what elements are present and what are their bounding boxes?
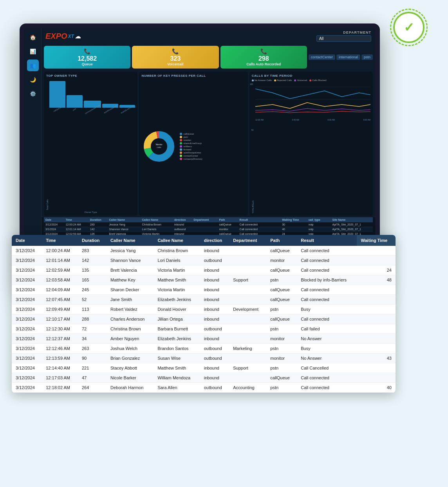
voicemail-label: Voicemail (167, 62, 183, 66)
list-item[interactable]: 3/12/202412:02:59 AM135Brett ValenciaVic… (12, 265, 396, 275)
legend-monitor: monitor (180, 139, 202, 141)
list-item[interactable]: 3/12/202412:01:14 AM142Shannon VanceLori… (12, 256, 396, 265)
line-y-label: TOTAL CALLS (252, 83, 254, 213)
exp-col-waiting[interactable]: Waiting Time (357, 235, 396, 246)
col-time[interactable]: Time (64, 217, 89, 222)
bar-callqueue (49, 81, 65, 108)
bar-chart-bars: callQueue user commonAreaPhone (49, 79, 135, 110)
line-chart-wrapper: TOTAL CALLS 100 50 0 (252, 83, 370, 213)
line-chart-canvas: 100 50 0 (255, 83, 370, 213)
table-row[interactable]: 3/12/202412:00:24 AM283Jessica YangChris… (44, 222, 373, 227)
exp-col-direction[interactable]: direction (200, 235, 229, 246)
table-row[interactable]: 3/1/202412:01:14 AM142Shannon VanceLori … (44, 227, 373, 232)
legend-label-voicemail-line: Voicemail (297, 79, 307, 81)
list-item[interactable]: 3/12/202412:12:30 AM72Christina BrownBar… (12, 324, 396, 334)
col-site[interactable]: Site Name (331, 217, 373, 222)
svg-text:3.06%: 3.06% (157, 146, 162, 148)
col-date[interactable]: Date (44, 217, 64, 222)
col-path[interactable]: Path (217, 217, 238, 222)
logo: EXPO XT ☁ (45, 32, 81, 41)
line-chart-legend: No Answer Calls Rejected Calls Voicemail (252, 79, 370, 81)
stats-row: 📞 12,582 Queue 📞 323 Voicemail 📞 298 Cal… (42, 44, 375, 70)
exp-col-path[interactable]: Path (266, 235, 297, 246)
list-item[interactable]: 3/12/202412:07:45 AM52Jane SmithElizabet… (12, 295, 396, 305)
legend-dot-blocked (309, 79, 311, 81)
department-input[interactable] (316, 35, 371, 42)
y-axis-100: 100 (250, 83, 253, 85)
chart-donut-keypresses: NUMBER OF KEY PRESSES PER CALL (139, 72, 247, 216)
list-item[interactable]: 3/12/202412:18:02 AM264Deborah HarmonSar… (12, 383, 396, 393)
svg-text:Monitor: Monitor (156, 143, 163, 146)
department-selector: DEPARTMENT (316, 31, 371, 42)
list-item[interactable]: 3/12/202412:10:17 AM288Charles AndersonJ… (12, 314, 396, 324)
x-label-3: 3:00 AM (292, 119, 299, 121)
exp-col-callee[interactable]: Callee Name (154, 235, 200, 246)
y-axis-0: 0 (252, 205, 253, 207)
legend-dot-pstn (180, 136, 182, 138)
list-item[interactable]: 3/12/202412:14:40 AM221Stacey AbbottMatt… (12, 363, 396, 373)
sidebar-item-settings[interactable]: ⚙️ (27, 88, 39, 99)
chart-line-timeperiod: CALLS BY TIME PERIOD No Answer Calls Rej… (249, 72, 373, 216)
tag-contactcenter[interactable]: contactCenter (309, 54, 335, 60)
bar-chart-title: TOP OWNER TYPE (46, 74, 135, 78)
col-waiting[interactable]: Waiting Time (280, 217, 307, 222)
autorecorded-icon: 📞 (260, 48, 267, 54)
list-item[interactable]: 3/12/202412:12:46 AM263Joshua WelchBrand… (12, 344, 396, 354)
col-caller[interactable]: Caller Name (108, 217, 141, 222)
legend-dot-voicemail-line (294, 79, 296, 81)
legend-label-rejected: Rejected Calls (277, 79, 292, 81)
autorecorded-number: 298 (258, 55, 269, 62)
list-item[interactable]: 3/12/202412:12:37 AM34Amber NguyenElizab… (12, 334, 396, 344)
voicemail-number: 323 (170, 55, 181, 62)
tag-pstn[interactable]: pstn (361, 54, 373, 60)
bar-group-user: user (67, 95, 83, 110)
col-department[interactable]: Department (192, 217, 218, 222)
legend-label-noanswer: No Answer Calls (255, 79, 272, 81)
sidebar-item-users[interactable]: 👥 (27, 60, 39, 71)
legend-dot-callqueue (180, 133, 182, 135)
logo-cloud: ☁ (75, 32, 81, 40)
legend-ivrmenu: ivrMenu (180, 145, 202, 148)
sidebar-item-home[interactable]: 🏠 (27, 31, 39, 43)
exp-col-date[interactable]: Date (12, 235, 42, 246)
tag-international[interactable]: international (336, 54, 360, 60)
bar-chart-x-label: Owner Type (46, 211, 135, 213)
charts-area: TOP OWNER TYPE Total Calls callQueue use… (42, 70, 375, 217)
col-result[interactable]: Result (238, 217, 281, 222)
bar-group-auto: autoReceptionist (102, 104, 118, 110)
exp-col-department[interactable]: Department (229, 235, 266, 246)
list-item[interactable]: 3/12/202412:04:09 AM245Sharon DeckerVict… (12, 285, 396, 295)
legend-dot-autoreceptionist (180, 152, 182, 154)
exp-col-time[interactable]: Time (42, 235, 78, 246)
list-item[interactable]: 3/12/202412:00:24 AM283Jessica YangChris… (12, 246, 396, 256)
exp-col-duration[interactable]: Duration (78, 235, 107, 246)
legend-label-sharedline: sharedLineGroup (183, 142, 201, 144)
department-label: DEPARTMENT (343, 31, 371, 34)
y-axis-50: 50 (251, 129, 254, 131)
queue-icon: 📞 (84, 48, 90, 54)
bar-label-user: user (72, 107, 76, 111)
col-calltype[interactable]: call_type (307, 217, 331, 222)
expanded-table: Date Time Duration Caller Name Callee Na… (12, 235, 396, 393)
legend-dot-contactcenter (180, 155, 182, 157)
col-direction[interactable]: direction (173, 217, 192, 222)
legend-noanswer: No Answer Calls (252, 79, 272, 81)
exp-col-result[interactable]: Result (297, 235, 357, 246)
legend-pstn: pstn (180, 136, 202, 138)
legend-label-companydirectory: companyDirectory (183, 158, 202, 160)
legend-label-blocked: Calls Blocked (312, 79, 326, 81)
list-item[interactable]: 3/12/202412:03:58 AM165Matthew KeyMatthe… (12, 275, 396, 285)
x-label-0: 12:00 AM (255, 119, 264, 121)
sidebar-item-dark[interactable]: 🌙 (27, 74, 39, 85)
exp-col-caller[interactable]: Caller Name (107, 235, 154, 246)
list-item[interactable]: 3/12/202412:09:49 AM113Robert ValdezDona… (12, 305, 396, 314)
sidebar-item-analytics[interactable]: 📊 (27, 45, 39, 57)
list-item[interactable]: 3/12/202412:13:59 AM90Brian GonzalezSusa… (12, 354, 396, 363)
col-duration[interactable]: Duration (89, 217, 108, 222)
bar-group-shared: sharedLineGroup (119, 105, 135, 110)
x-label-9: 9:00 AM (363, 119, 370, 121)
donut-svg: Monitor 3.06% (141, 129, 177, 164)
col-callee[interactable]: Callee Name (141, 217, 173, 222)
legend-companydirectory: companyDirectory (180, 158, 202, 160)
list-item[interactable]: 3/12/202412:17:03 AM47Nicole BarkerWilli… (12, 373, 396, 383)
